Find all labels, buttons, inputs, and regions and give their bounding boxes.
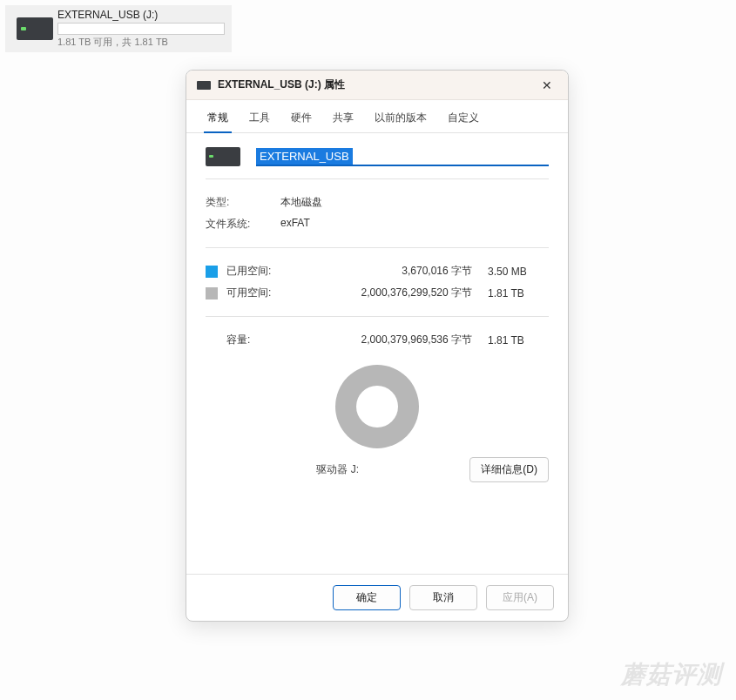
tab-tools[interactable]: 工具 <box>240 105 279 132</box>
drive-usage-bar <box>57 23 225 35</box>
free-space-row: 可用空间: 2,000,376,299,520 字节 1.81 TB <box>206 282 549 304</box>
volume-name-field[interactable]: EXTERNAL_USB <box>256 148 549 166</box>
type-label: 类型: <box>206 195 280 210</box>
tab-general[interactable]: 常规 <box>199 105 237 132</box>
used-bytes: 3,670,016 字节 <box>294 264 488 279</box>
drive-space-text: 1.81 TB 可用，共 1.81 TB <box>57 36 225 49</box>
tab-previous-versions[interactable]: 以前的版本 <box>366 105 436 132</box>
used-swatch-icon <box>206 266 218 278</box>
type-value: 本地磁盘 <box>280 195 549 210</box>
close-icon: ✕ <box>542 78 552 92</box>
details-button[interactable]: 详细信息(D) <box>469 457 549 482</box>
drive-icon <box>197 81 211 90</box>
used-label: 已用空间: <box>226 264 294 279</box>
drive-letter-label: 驱动器 J: <box>206 462 469 477</box>
titlebar[interactable]: EXTERNAL_USB (J:) 属性 ✕ <box>186 71 568 100</box>
used-space-row: 已用空间: 3,670,016 字节 3.50 MB <box>206 260 549 282</box>
capacity-human: 1.81 TB <box>488 334 549 347</box>
apply-button[interactable]: 应用(A) <box>486 585 554 610</box>
capacity-label: 容量: <box>226 333 294 347</box>
tab-customize[interactable]: 自定义 <box>439 105 488 132</box>
filesystem-value: exFAT <box>280 217 549 232</box>
tab-strip: 常规 工具 硬件 共享 以前的版本 自定义 <box>186 100 568 133</box>
free-label: 可用空间: <box>226 286 294 300</box>
drive-icon <box>206 147 240 166</box>
usage-pie-chart <box>335 365 419 448</box>
divider <box>206 247 549 248</box>
free-human: 1.81 TB <box>488 287 549 300</box>
dialog-footer: 确定 取消 应用(A) <box>186 574 568 621</box>
volume-name-value[interactable]: EXTERNAL_USB <box>256 148 353 165</box>
close-button[interactable]: ✕ <box>530 72 564 98</box>
properties-dialog: EXTERNAL_USB (J:) 属性 ✕ 常规 工具 硬件 共享 以前的版本… <box>186 70 569 622</box>
drive-icon <box>12 9 57 49</box>
drive-tile[interactable]: EXTERNAL_USB (J:) 1.81 TB 可用，共 1.81 TB <box>5 5 232 52</box>
free-swatch-icon <box>206 287 218 300</box>
divider <box>206 316 549 317</box>
used-human: 3.50 MB <box>488 266 549 278</box>
capacity-row: 容量: 2,000,379,969,536 字节 1.81 TB <box>206 329 549 351</box>
dialog-title: EXTERNAL_USB (J:) 属性 <box>218 77 530 92</box>
filesystem-label: 文件系统: <box>206 217 280 232</box>
watermark: 蘑菇评测 <box>621 658 722 691</box>
free-bytes: 2,000,376,299,520 字节 <box>294 286 488 300</box>
capacity-bytes: 2,000,379,969,536 字节 <box>294 333 488 347</box>
tab-hardware[interactable]: 硬件 <box>282 105 321 132</box>
cancel-button[interactable]: 取消 <box>409 585 477 610</box>
tab-sharing[interactable]: 共享 <box>324 105 362 132</box>
divider <box>206 178 549 179</box>
ok-button[interactable]: 确定 <box>333 585 401 610</box>
drive-name: EXTERNAL_USB (J:) <box>57 9 225 21</box>
